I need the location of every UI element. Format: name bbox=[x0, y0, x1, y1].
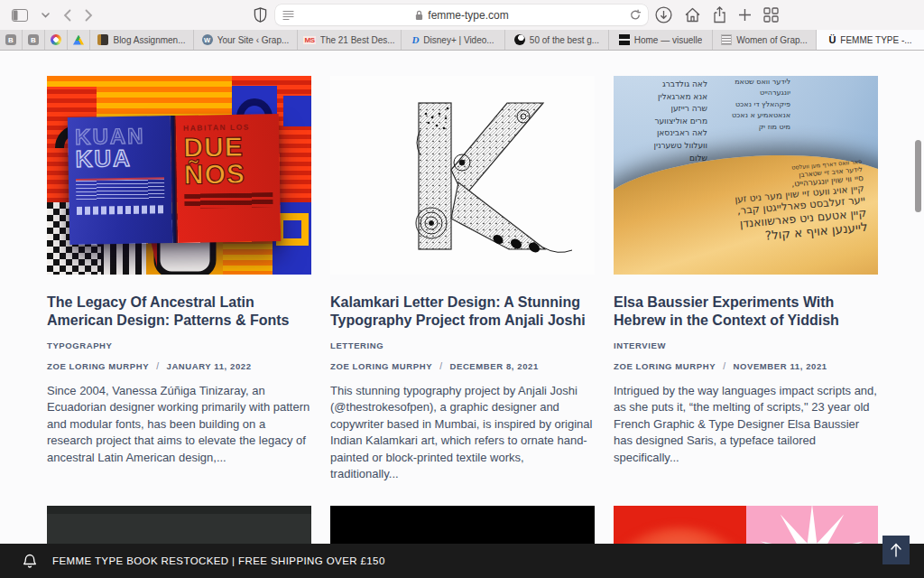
forward-icon bbox=[85, 9, 93, 22]
book-paragraph-lines bbox=[76, 177, 164, 200]
tab-overview-icon bbox=[763, 7, 779, 23]
tab-bar: B B Blog Assignmen... W Your Site ‹ Grap… bbox=[0, 30, 924, 51]
photo-icon bbox=[97, 34, 108, 45]
address-bar[interactable]: femme-type.com bbox=[275, 5, 648, 25]
forward-button[interactable] bbox=[85, 9, 93, 22]
back-icon bbox=[63, 9, 71, 22]
tab-blog-assignment[interactable]: Blog Assignmen... bbox=[90, 30, 194, 50]
b-icon: B bbox=[28, 34, 39, 45]
article-excerpt: This stunning typography project by Anja… bbox=[330, 383, 595, 482]
sidebar-icon bbox=[12, 9, 28, 22]
article-date: DECEMBER 8, 2021 bbox=[450, 361, 539, 371]
home-icon bbox=[684, 7, 701, 23]
open-book-graphic: KUAN KUA HABITAN LOS DUE ÑOS bbox=[68, 114, 281, 245]
article-category[interactable]: INTERVIEW bbox=[614, 340, 878, 350]
scrollbar-thumb[interactable] bbox=[915, 140, 921, 212]
article-author[interactable]: ZOE LORING MURPHY bbox=[47, 361, 149, 371]
wordpress-icon: W bbox=[202, 34, 213, 45]
pinned-tab-b-2[interactable]: B bbox=[23, 30, 45, 50]
dark-site-icon bbox=[619, 34, 630, 45]
b-icon: B bbox=[5, 34, 16, 45]
page-content: KUAN KUA HABITAN LOS DUE ÑOS The Legacy … bbox=[0, 51, 924, 578]
meta-separator: / bbox=[723, 361, 725, 371]
sparkle-icon bbox=[51, 34, 61, 45]
article-title[interactable]: Elsa Baussier Experiments With Hebrew in… bbox=[614, 294, 878, 329]
reload-button[interactable] bbox=[630, 9, 641, 21]
pinned-tab-sparkle[interactable] bbox=[45, 30, 68, 50]
tab-disney[interactable]: D Disney+ | Video... bbox=[402, 30, 505, 50]
book-right-page: HABITAN LOS DUE ÑOS bbox=[176, 114, 281, 243]
privacy-shield-icon bbox=[254, 7, 267, 23]
home-button[interactable] bbox=[684, 7, 701, 23]
drive-icon bbox=[73, 35, 84, 45]
article-meta: ZOE LORING MURPHY / NOVEMBER 11, 2021 bbox=[614, 361, 878, 371]
tab-visuelle[interactable]: Home — visuelle bbox=[609, 30, 713, 50]
back-button[interactable] bbox=[63, 9, 71, 22]
book-word-kuan: KUAN bbox=[75, 124, 163, 148]
downloads-button[interactable] bbox=[655, 6, 672, 23]
article-date: JANUARY 11, 2022 bbox=[167, 361, 252, 371]
meta-separator: / bbox=[156, 361, 159, 371]
article-author[interactable]: ZOE LORING MURPHY bbox=[614, 361, 716, 371]
femme-type-icon: Ü bbox=[828, 34, 836, 45]
banner-text: FEMME TYPE BOOK RESTOCKED | FREE SHIPPIN… bbox=[52, 555, 385, 566]
tab-21-best[interactable]: MS The 21 Best Des... bbox=[298, 30, 402, 50]
chevron-down-icon bbox=[42, 13, 50, 18]
bell-icon bbox=[23, 554, 37, 569]
ms-icon: MS bbox=[303, 36, 315, 44]
article-card-3: לאה גולדברגאנא מארגאלין שרה רייזעןמרים א… bbox=[614, 76, 878, 464]
lines-logo-icon bbox=[721, 34, 732, 45]
article-thumbnail-latin-american[interactable]: KUAN KUA HABITAN LOS DUE ÑOS bbox=[47, 76, 311, 275]
article-category[interactable]: TYPOGRAPHY bbox=[47, 340, 311, 350]
download-icon bbox=[655, 6, 672, 23]
tab-overview-button[interactable] bbox=[763, 7, 779, 23]
book-caption-lines bbox=[184, 192, 273, 209]
browser-toolbar: femme-type.com bbox=[0, 0, 924, 30]
book-word-nos: ÑOS bbox=[184, 161, 273, 187]
article-category[interactable]: LETTERING bbox=[330, 340, 595, 350]
article-card-2: Kalamkari Letter Design: A Stunning Typo… bbox=[330, 76, 595, 464]
article-title[interactable]: Kalamkari Letter Design: A Stunning Typo… bbox=[330, 294, 595, 329]
article-excerpt: Intrigued by the way languages impact sc… bbox=[614, 383, 878, 466]
article-meta: ZOE LORING MURPHY / JANUARY 11, 2022 bbox=[47, 361, 311, 371]
lock-icon bbox=[415, 10, 423, 21]
plus-icon bbox=[738, 8, 752, 22]
sidebar-chevron-button[interactable] bbox=[42, 13, 50, 18]
article-thumbnail-hebrew[interactable]: לאה גולדברגאנא מארגאלין שרה רייזעןמרים א… bbox=[614, 76, 878, 275]
url-text: femme-type.com bbox=[428, 9, 508, 22]
reader-icon bbox=[282, 10, 294, 21]
tab-50-best[interactable]: 50 of the best g... bbox=[505, 30, 609, 50]
hebrew-text-column: לאה גולדברגאנא מארגאלין שרה רייזעןמרים א… bbox=[624, 79, 707, 164]
tab-your-site[interactable]: W Your Site ‹ Grap... bbox=[194, 30, 298, 50]
disney-icon: D bbox=[411, 34, 419, 45]
tab-femme-type-active[interactable]: Ü FEMME TYPE -... bbox=[817, 30, 924, 50]
promo-banner[interactable]: FEMME TYPE BOOK RESTOCKED | FREE SHIPPIN… bbox=[0, 544, 924, 578]
hebrew-text-column: לידער וואס שטאמיונגערהייט פיקהאלץ די נאכ… bbox=[715, 77, 790, 133]
book-word-kua: KUA bbox=[75, 146, 163, 171]
article-thumbnail-kalamkari[interactable] bbox=[330, 76, 595, 275]
article-excerpt: Since 2004, Vanessa Zúñiga Tinizaray, an… bbox=[47, 383, 311, 466]
privacy-report-button[interactable] bbox=[254, 7, 267, 23]
sidebar-toggle-button[interactable] bbox=[12, 9, 28, 22]
book-word-due: DUE bbox=[183, 134, 272, 160]
article-grid: KUAN KUA HABITAN LOS DUE ÑOS The Legacy … bbox=[47, 76, 878, 464]
reload-icon bbox=[630, 9, 641, 21]
pinned-tab-b-1[interactable]: B bbox=[0, 30, 23, 50]
article-author[interactable]: ZOE LORING MURPHY bbox=[330, 361, 432, 371]
book-caption-lines bbox=[77, 205, 165, 215]
tab-women-of-graphic[interactable]: Women of Grap... bbox=[713, 30, 817, 50]
article-title[interactable]: The Legacy Of Ancestral Latin American D… bbox=[47, 294, 311, 329]
book-left-page: KUAN KUA bbox=[68, 116, 172, 245]
pinned-tab-drive[interactable] bbox=[68, 30, 90, 50]
reader-mode-button[interactable] bbox=[282, 10, 294, 21]
article-card-1: KUAN KUA HABITAN LOS DUE ÑOS The Legacy … bbox=[47, 76, 311, 464]
kalamkari-k-artwork bbox=[330, 76, 595, 275]
article-meta: ZOE LORING MURPHY / DECEMBER 8, 2021 bbox=[330, 361, 595, 371]
share-button[interactable] bbox=[713, 6, 726, 23]
share-icon bbox=[713, 6, 726, 23]
scroll-to-top-button[interactable] bbox=[882, 536, 910, 564]
new-tab-button[interactable] bbox=[738, 8, 752, 22]
dark-circle-icon bbox=[514, 34, 525, 45]
meta-separator: / bbox=[439, 361, 442, 371]
article-date: NOVEMBER 11, 2021 bbox=[734, 361, 827, 371]
